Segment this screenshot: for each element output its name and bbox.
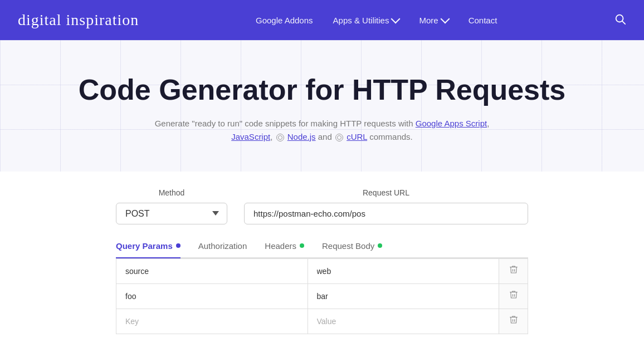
tab-headers[interactable]: Headers: [265, 241, 304, 257]
tab-request-body-label: Request Body: [322, 241, 374, 251]
nav-google-addons-label: Google Addons: [256, 16, 313, 25]
tab-query-params-dot: [176, 243, 180, 248]
nav-more-label: More: [419, 16, 438, 25]
delete-row-0-button[interactable]: [501, 265, 526, 277]
navbar: digital inspiration Google Addons Apps &…: [0, 0, 644, 40]
nav-google-addons[interactable]: Google Addons: [256, 16, 313, 25]
tab-query-params[interactable]: Query Params: [116, 241, 180, 257]
method-group: Method POST GET PUT PATCH DELETE: [116, 188, 227, 224]
tab-request-body-dot: [378, 243, 382, 248]
link-google-apps-script[interactable]: Google Apps Script: [416, 119, 487, 128]
link-javascript[interactable]: JavaScript: [231, 132, 270, 141]
svg-line-1: [622, 21, 625, 24]
tab-request-body[interactable]: Request Body: [322, 241, 382, 257]
tab-query-params-label: Query Params: [116, 241, 173, 251]
nav-apps-utilities[interactable]: Apps & Utilities: [333, 16, 399, 25]
tab-authorization[interactable]: Authorization: [198, 241, 247, 257]
hero-section: Code Generator for HTTP Requests Generat…: [0, 40, 644, 172]
hero-subtitle: Generate "ready to run" code snippets fo…: [149, 117, 495, 144]
form-section: Method POST GET PUT PATCH DELETE Request…: [105, 172, 539, 334]
link-nodejs[interactable]: Node.js: [287, 132, 316, 141]
param-value-2[interactable]: [308, 309, 499, 334]
table-row: [116, 283, 528, 309]
nav-contact[interactable]: Contact: [469, 16, 497, 25]
link-curl[interactable]: cURL: [347, 132, 367, 141]
url-label: Request URL: [244, 188, 528, 197]
form-row: Method POST GET PUT PATCH DELETE Request…: [116, 188, 528, 224]
tab-headers-dot: [300, 243, 304, 248]
param-value-1[interactable]: [308, 284, 499, 309]
chevron-down-icon: [440, 14, 450, 24]
params-table: [116, 258, 528, 334]
chevron-down-icon: [391, 14, 401, 24]
nav-apps-utilities-label: Apps & Utilities: [333, 16, 389, 25]
table-row: [116, 309, 528, 334]
method-select[interactable]: POST GET PUT PATCH DELETE: [116, 203, 227, 224]
node-icon: [276, 134, 284, 141]
page-title: Code Generator for HTTP Requests: [11, 74, 633, 107]
param-key-2[interactable]: [116, 309, 308, 334]
url-group: Request URL: [244, 188, 528, 224]
brand-logo[interactable]: digital inspiration: [18, 11, 139, 29]
delete-row-1-button[interactable]: [501, 290, 526, 302]
tab-authorization-label: Authorization: [198, 241, 247, 251]
search-icon[interactable]: [614, 13, 626, 28]
url-input[interactable]: [244, 203, 528, 224]
tab-headers-label: Headers: [265, 241, 296, 251]
param-key-0[interactable]: [116, 259, 308, 283]
curl-icon: [335, 134, 343, 141]
nav-contact-label: Contact: [469, 16, 497, 25]
table-row: [116, 258, 528, 283]
param-key-1[interactable]: [116, 284, 308, 309]
tabs: Query Params Authorization Headers Reque…: [116, 241, 528, 258]
method-label: Method: [116, 188, 227, 197]
param-value-0[interactable]: [308, 259, 499, 283]
nav-links: Google Addons Apps & Utilities More Cont…: [256, 16, 497, 25]
delete-row-2-button[interactable]: [501, 315, 526, 327]
nav-more[interactable]: More: [419, 16, 448, 25]
